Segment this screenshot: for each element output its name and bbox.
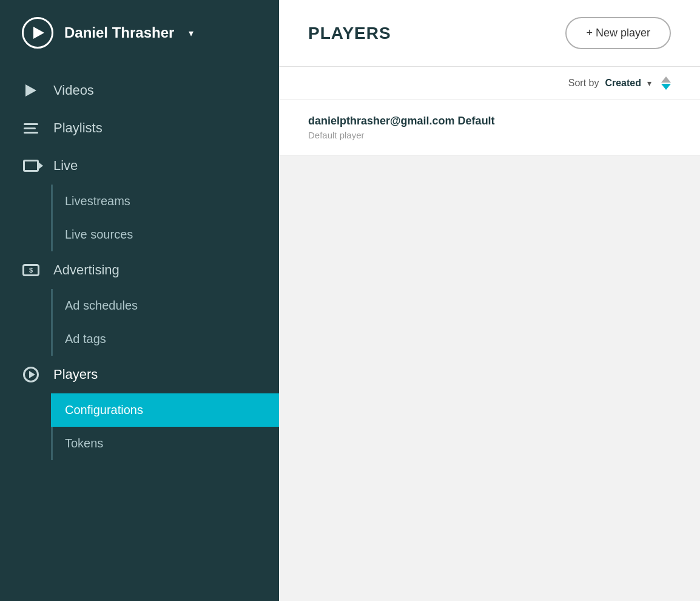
sort-value: Created — [605, 78, 641, 89]
main-content: PLAYERS + New player Sort by Created ▾ d… — [279, 0, 700, 601]
sidebar-item-livestreams[interactable]: Livestreams — [53, 185, 279, 218]
advertising-subnav: Ad schedules Ad tags — [51, 289, 279, 356]
playlists-icon — [22, 123, 40, 134]
sidebar-item-live-sources[interactable]: Live sources — [53, 218, 279, 251]
sidebar-item-advertising-label: Advertising — [53, 262, 119, 278]
live-icon — [22, 160, 40, 172]
play-icon — [22, 84, 40, 97]
sidebar-item-tokens[interactable]: Tokens — [53, 427, 279, 460]
players-icon — [22, 367, 40, 382]
sidebar-item-live[interactable]: Live — [0, 147, 279, 185]
live-subnav: Livestreams Live sources — [51, 185, 279, 251]
players-subnav: Configurations Tokens — [51, 393, 279, 460]
player-description: Default player — [308, 130, 671, 140]
user-menu[interactable]: Daniel Thrasher ▾ — [0, 0, 279, 66]
main-header: PLAYERS + New player — [279, 0, 700, 67]
player-list: danielpthrasher@gmail.com Default Defaul… — [279, 100, 700, 155]
sidebar-item-videos[interactable]: Videos — [0, 72, 279, 109]
sidebar-item-playlists[interactable]: Playlists — [0, 109, 279, 147]
sidebar-item-ad-schedules[interactable]: Ad schedules — [53, 289, 279, 322]
user-name: Daniel Thrasher — [64, 24, 174, 41]
sidebar-item-players-label: Players — [53, 367, 98, 382]
sort-label: Sort by — [568, 78, 599, 89]
sidebar-item-advertising[interactable]: $ Advertising — [0, 251, 279, 289]
sort-order-toggle[interactable] — [661, 76, 671, 90]
sidebar-item-configurations[interactable]: Configurations — [51, 393, 279, 427]
user-menu-chevron: ▾ — [189, 27, 194, 39]
sort-descending-icon — [661, 84, 671, 90]
nav-section-live: Live Livestreams Live sources — [0, 147, 279, 251]
sidebar-item-videos-label: Videos — [53, 83, 94, 98]
play-triangle — [33, 27, 44, 39]
sidebar-item-playlists-label: Playlists — [53, 120, 103, 136]
sidebar-nav: Videos Playlists Live Livestreams Live s… — [0, 66, 279, 466]
logo-icon — [22, 17, 53, 49]
player-name: danielpthrasher@gmail.com Default — [308, 115, 671, 127]
sidebar-item-players[interactable]: Players — [0, 356, 279, 393]
new-player-button[interactable]: + New player — [565, 17, 671, 49]
sort-chevron-icon[interactable]: ▾ — [647, 78, 651, 88]
sort-bar: Sort by Created ▾ — [279, 67, 700, 100]
nav-section-players: Players Configurations Tokens — [0, 356, 279, 460]
sort-ascending-icon — [661, 76, 671, 83]
nav-section-advertising: $ Advertising Ad schedules Ad tags — [0, 251, 279, 356]
table-row[interactable]: danielpthrasher@gmail.com Default Defaul… — [279, 100, 700, 155]
sidebar-item-live-label: Live — [53, 158, 78, 174]
advertising-icon: $ — [22, 264, 40, 276]
sidebar-item-ad-tags[interactable]: Ad tags — [53, 322, 279, 356]
sidebar: Daniel Thrasher ▾ Videos Playlists — [0, 0, 279, 601]
page-title: PLAYERS — [308, 24, 391, 43]
